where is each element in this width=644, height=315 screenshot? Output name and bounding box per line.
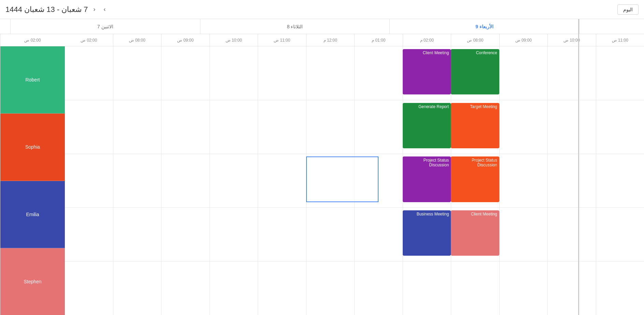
app-container: اليوم › ‹ 7 شعبان - 13 شعبان 1444 الأربع… xyxy=(0,0,644,315)
right-sidebar: 02:00 ص Robert Sophia Emilia Stephen xyxy=(0,34,65,315)
cell-r1-c8[interactable] xyxy=(210,100,258,154)
cell-r0-c6[interactable] xyxy=(306,46,355,100)
day-header-tuesday[interactable]: الثلاثاء 8 xyxy=(200,19,390,34)
cell-r0-c8[interactable] xyxy=(210,46,258,100)
cell-r3-c2[interactable] xyxy=(499,208,548,261)
cell-r2-c7[interactable] xyxy=(258,154,306,208)
time-0100pm: 01:00 م xyxy=(354,34,403,46)
person-emilia[interactable]: Emilia xyxy=(0,181,65,248)
person-sophia[interactable]: Sophia xyxy=(0,114,65,181)
cell-r4-c11[interactable] xyxy=(65,261,113,315)
time-1000r: 10:00 ص xyxy=(210,34,258,46)
cell-r4-c10[interactable] xyxy=(113,261,161,315)
cell-r4-c8[interactable] xyxy=(210,261,258,315)
cell-r4-c7[interactable] xyxy=(258,261,306,315)
cell-r4-c1[interactable] xyxy=(547,261,596,315)
cell-r0-c7[interactable] xyxy=(258,46,306,100)
cell-r4-c6[interactable] xyxy=(306,261,355,315)
cell-r2-c1[interactable] xyxy=(547,154,596,208)
cell-r3-c9[interactable] xyxy=(161,208,210,261)
cell-r4-c0[interactable] xyxy=(596,261,644,315)
time-0800: 08:00 ص xyxy=(451,34,499,46)
cell-r0-c0[interactable] xyxy=(596,46,644,100)
event-project-status-1[interactable]: Project Status Discussion xyxy=(451,156,499,202)
sidebar-header-spacer xyxy=(579,19,644,34)
cell-r1-c2[interactable] xyxy=(499,100,548,154)
cell-r3-c7[interactable] xyxy=(258,208,306,261)
date-range-title: 7 شعبان - 13 شعبان 1444 xyxy=(5,5,88,14)
selection-box xyxy=(306,156,378,202)
nav-controls: › ‹ 7 شعبان - 13 شعبان 1444 xyxy=(5,4,109,14)
cell-r4-c9[interactable] xyxy=(161,261,210,315)
cell-r1-c9[interactable] xyxy=(161,100,210,154)
event-client-meeting-1[interactable]: Client Meeting xyxy=(403,49,451,94)
cell-r1-c1[interactable] xyxy=(547,100,596,154)
time-0200r: 02:00 ص xyxy=(65,34,113,46)
cell-r4-c3[interactable] xyxy=(451,261,499,315)
event-business-meeting[interactable]: Business Meeting xyxy=(403,210,451,256)
event-target-meeting[interactable]: Target Meeting xyxy=(451,103,499,148)
time-0900r: 09:00 ص xyxy=(161,34,210,46)
day-header-wednesday[interactable]: الأربعاء 9 xyxy=(389,19,579,34)
cell-r2-c0[interactable] xyxy=(596,154,644,208)
cell-r2-c2[interactable] xyxy=(499,154,548,208)
cell-r3-c0[interactable] xyxy=(596,208,644,261)
time-1200pm: 12:00 م xyxy=(306,34,355,46)
sidebar-time-header: 02:00 ص xyxy=(0,34,65,46)
cell-r3-c6[interactable] xyxy=(306,208,355,261)
cell-r2-c10[interactable] xyxy=(113,154,161,208)
time-header-row: 11:00 ص 10:00 ص 09:00 ص 08:00 ص 02:00 م … xyxy=(65,34,644,46)
next-button[interactable]: › xyxy=(101,4,109,14)
cell-r2-c11[interactable] xyxy=(65,154,113,208)
cell-r1-c11[interactable] xyxy=(65,100,113,154)
time-0900: 09:00 ص xyxy=(499,34,548,46)
day-header-monday[interactable]: الاثنين 7 xyxy=(10,19,200,34)
cell-r2-c9[interactable] xyxy=(161,154,210,208)
time-1100: 11:00 ص xyxy=(596,34,644,46)
cell-r1-c6[interactable] xyxy=(306,100,355,154)
time-0200pm: 02:00 م xyxy=(403,34,451,46)
cell-r3-c11[interactable] xyxy=(65,208,113,261)
cell-r1-c7[interactable] xyxy=(258,100,306,154)
cell-r3-c8[interactable] xyxy=(210,208,258,261)
cell-r1-c5[interactable] xyxy=(354,100,403,154)
person-stephen[interactable]: Stephen xyxy=(0,248,65,315)
calendar-rows: Conference Client Meeting xyxy=(65,46,644,315)
cal-row-0: Conference Client Meeting xyxy=(65,46,644,100)
cell-r4-c4[interactable] xyxy=(403,261,451,315)
person-robert[interactable]: Robert xyxy=(0,46,65,114)
cell-r0-c1[interactable] xyxy=(547,46,596,100)
cal-row-4 xyxy=(65,261,644,315)
day-header-extra xyxy=(0,19,10,34)
time-1100r: 11:00 ص xyxy=(258,34,306,46)
cell-r3-c10[interactable] xyxy=(113,208,161,261)
cell-r1-c0[interactable] xyxy=(596,100,644,154)
cell-r1-c10[interactable] xyxy=(113,100,161,154)
event-client-meeting-2[interactable]: Client Meeting xyxy=(451,210,499,256)
event-generate-report[interactable]: Generate Report xyxy=(403,103,451,148)
today-button[interactable]: اليوم xyxy=(617,4,639,15)
cell-r0-c9[interactable] xyxy=(161,46,210,100)
cell-r2-c8[interactable] xyxy=(210,154,258,208)
cell-r0-c11[interactable] xyxy=(65,46,113,100)
cal-row-1: Target Meeting Generate Report xyxy=(65,100,644,154)
day-headers: الأربعاء 9 الثلاثاء 8 الاثنين 7 xyxy=(0,19,644,34)
event-project-status-2[interactable]: Project Status Discussion xyxy=(403,156,451,202)
event-conference[interactable]: Conference xyxy=(451,49,499,94)
cell-r0-c2[interactable] xyxy=(499,46,548,100)
header: اليوم › ‹ 7 شعبان - 13 شعبان 1444 xyxy=(0,0,644,19)
cal-row-2: Project Status Discussion Project Status… xyxy=(65,154,644,208)
time-1000: 10:00 ص xyxy=(547,34,596,46)
cell-r4-c2[interactable] xyxy=(499,261,548,315)
time-0800r: 08:00 ص xyxy=(113,34,161,46)
cell-r0-c5[interactable] xyxy=(354,46,403,100)
cal-row-3: Client Meeting Business Meeting xyxy=(65,208,644,261)
cell-r3-c1[interactable] xyxy=(547,208,596,261)
cell-r3-c5[interactable] xyxy=(354,208,403,261)
main-area: 11:00 ص 10:00 ص 09:00 ص 08:00 ص 02:00 م … xyxy=(0,34,644,315)
calendar-grid: 11:00 ص 10:00 ص 09:00 ص 08:00 ص 02:00 م … xyxy=(65,34,644,315)
cell-r0-c10[interactable] xyxy=(113,46,161,100)
cell-r4-c5[interactable] xyxy=(354,261,403,315)
prev-button[interactable]: ‹ xyxy=(91,4,98,14)
